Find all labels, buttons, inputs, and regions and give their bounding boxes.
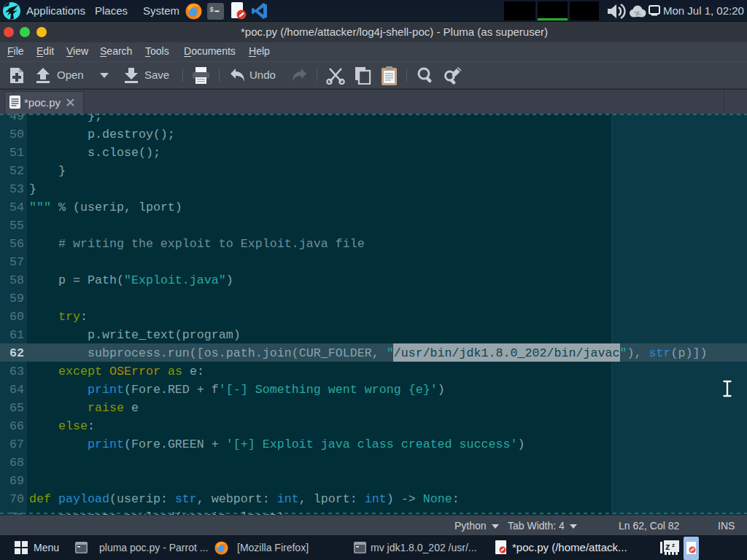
svg-text:z: z (672, 542, 675, 548)
svg-text:$: $ (210, 7, 214, 14)
svg-text:z: z (665, 541, 670, 552)
